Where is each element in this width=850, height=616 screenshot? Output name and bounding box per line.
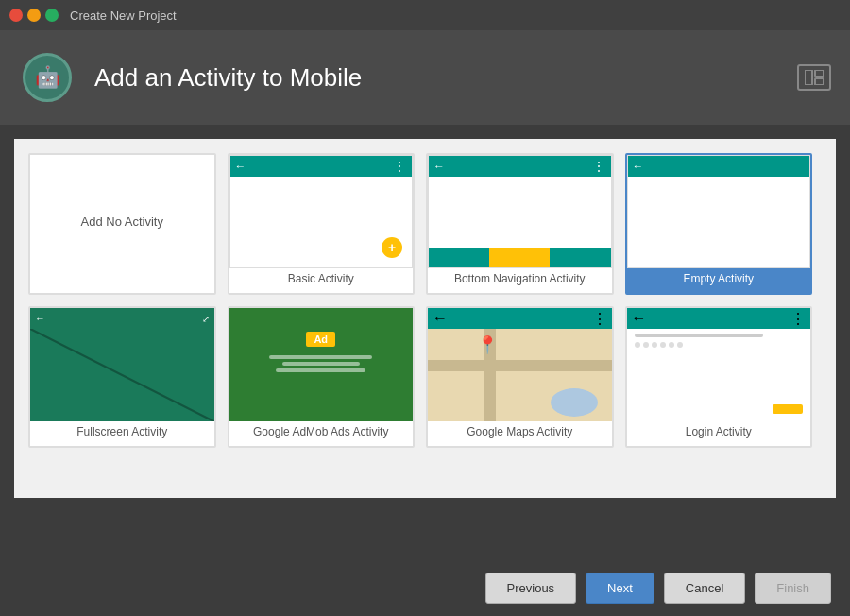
svg-rect-2 xyxy=(815,78,824,85)
login-topbar: ← ⋮ xyxy=(627,308,811,329)
logo: 🤖 xyxy=(19,49,76,106)
bottom-nav-topbar: ← ⋮ xyxy=(429,156,611,177)
ad-line-3 xyxy=(276,368,366,372)
svg-line-3 xyxy=(30,329,214,421)
maximize-button[interactable] xyxy=(45,9,59,22)
ad-line-1 xyxy=(269,355,372,359)
basic-topbar: ← ⋮ xyxy=(230,156,413,177)
minimize-button[interactable] xyxy=(27,9,41,22)
back-arrow-icon: ← xyxy=(633,160,644,173)
bnav-item-1 xyxy=(429,248,489,267)
bottom-nav-activity-card[interactable]: ← ⋮ Bottom Navigation Activity xyxy=(426,153,614,295)
next-button[interactable]: Next xyxy=(586,573,654,604)
empty-topbar: ← xyxy=(628,156,810,177)
login-line-1 xyxy=(635,334,763,337)
fullscreen-activity-card[interactable]: ← ⤢ Fullscreen Activity xyxy=(28,306,216,448)
fs-arrow-icon: ← xyxy=(35,313,45,324)
back-arrow-icon: ← xyxy=(434,160,445,173)
page-title: Add an Activity to Mobile xyxy=(94,63,362,93)
footer: Previous Next Cancel Finish xyxy=(0,559,850,616)
back-arrow-icon: ← xyxy=(632,310,647,327)
activities-grid: Add No Activity ← ⋮ + Basic Activity ← ⋮ xyxy=(28,153,822,448)
bottom-nav-bar xyxy=(429,248,611,267)
cancel-button[interactable]: Cancel xyxy=(664,573,745,604)
menu-dots-icon: ⋮ xyxy=(790,310,806,328)
dot-6 xyxy=(677,342,683,348)
basic-activity-preview: ← ⋮ + xyxy=(230,155,414,268)
admob-activity-card[interactable]: Ad Google AdMob Ads Activity xyxy=(228,306,416,448)
login-preview: ← ⋮ xyxy=(627,308,811,421)
basic-activity-label: Basic Activity xyxy=(284,268,358,287)
maps-activity-card[interactable]: ← ⋮ 📍 Google Maps Activity xyxy=(426,306,614,448)
svg-rect-0 xyxy=(805,70,812,85)
back-arrow-icon: ← xyxy=(433,310,448,327)
admob-preview: Ad xyxy=(230,308,414,421)
menu-dots-icon: ⋮ xyxy=(592,310,607,328)
ad-line-2 xyxy=(282,362,360,366)
login-dots xyxy=(635,342,804,348)
title-bar: Create New Project xyxy=(0,0,850,30)
bnav-item-2 xyxy=(489,248,550,267)
maps-preview: ← ⋮ 📍 xyxy=(428,308,612,421)
map-water xyxy=(551,388,598,417)
dot-4 xyxy=(660,342,666,348)
finish-button[interactable]: Finish xyxy=(755,573,831,604)
dot-2 xyxy=(643,342,649,348)
empty-activity-card[interactable]: ← Empty Activity xyxy=(625,153,813,295)
login-label: Login Activity xyxy=(682,421,756,440)
no-activity-label: Add No Activity xyxy=(81,214,163,229)
header: 🤖 Add an Activity to Mobile xyxy=(0,30,850,125)
back-arrow-icon: ← xyxy=(235,160,246,173)
basic-activity-card[interactable]: ← ⋮ + Basic Activity xyxy=(228,153,416,295)
fs-expand-icon: ⤢ xyxy=(202,314,210,324)
admob-label: Google AdMob Ads Activity xyxy=(249,421,392,440)
login-button xyxy=(773,404,803,414)
empty-activity-label: Empty Activity xyxy=(679,268,757,287)
map-road-h xyxy=(428,360,612,371)
no-activity-card[interactable]: Add No Activity xyxy=(28,153,216,295)
fab-icon: + xyxy=(382,237,402,258)
layout-icon xyxy=(797,64,831,91)
empty-preview: ← xyxy=(627,155,811,268)
ad-badge: Ad xyxy=(306,332,335,347)
previous-button[interactable]: Previous xyxy=(485,573,577,604)
menu-dots-icon: ⋮ xyxy=(592,159,606,174)
map-pin-icon: 📍 xyxy=(477,334,498,355)
android-icon: 🤖 xyxy=(35,65,60,90)
fs-topbar: ← ⤢ xyxy=(30,308,214,329)
logo-circle: 🤖 xyxy=(23,53,72,102)
dot-3 xyxy=(652,342,657,348)
login-activity-card[interactable]: ← ⋮ Login Activity xyxy=(625,306,813,448)
fullscreen-preview: ← ⤢ xyxy=(30,308,214,421)
dot-5 xyxy=(669,342,674,348)
bottom-nav-preview: ← ⋮ xyxy=(428,155,612,268)
menu-dots-icon: ⋮ xyxy=(393,159,407,174)
svg-rect-1 xyxy=(815,70,824,77)
maps-label: Google Maps Activity xyxy=(463,421,576,440)
bnav-item-3 xyxy=(550,248,610,267)
activities-container: Add No Activity ← ⋮ + Basic Activity ← ⋮ xyxy=(14,139,836,498)
bottom-nav-label: Bottom Navigation Activity xyxy=(450,268,589,287)
ad-lines xyxy=(257,352,385,375)
map-topbar: ← ⋮ xyxy=(428,308,612,329)
dot-1 xyxy=(635,342,640,348)
window-title: Create New Project xyxy=(70,9,177,23)
close-button[interactable] xyxy=(9,9,23,22)
window-controls[interactable] xyxy=(9,9,59,22)
fullscreen-label: Fullscreen Activity xyxy=(73,421,171,440)
